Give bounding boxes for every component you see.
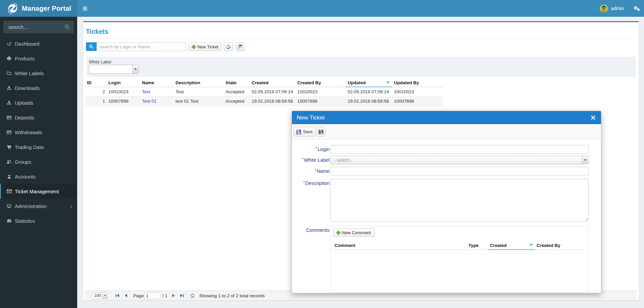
save-button[interactable]: Save	[294, 127, 315, 137]
sidebar-item-products[interactable]: Products	[0, 51, 77, 66]
white-label-filter-select[interactable]	[89, 65, 139, 74]
search-icon[interactable]	[64, 24, 70, 30]
grid-search-button[interactable]	[86, 42, 97, 51]
grid-toolbar: New Ticket	[86, 42, 636, 51]
save-and-close-button[interactable]	[317, 127, 326, 137]
column-header-label: Name	[142, 80, 154, 85]
sidebar-item-withdrawals[interactable]: Withdrawals	[0, 125, 77, 140]
column-header-label: ID	[87, 80, 91, 85]
navbar: admin	[77, 0, 644, 17]
modal-header[interactable]: New Ticket	[292, 111, 601, 124]
column-header-label: Created	[252, 80, 268, 85]
grid-search-group	[86, 42, 186, 51]
white-label-filter-label: White Label	[89, 60, 634, 64]
plus-icon	[192, 45, 196, 49]
cell-id[interactable]: 1	[85, 96, 107, 106]
cell-description: test 01 Text	[174, 96, 224, 106]
save-label: Save	[303, 130, 313, 134]
column-header-name[interactable]: Name	[140, 79, 174, 87]
comments-section-label: Comments	[292, 226, 330, 292]
white-label-field-label: *White Label	[292, 156, 330, 164]
white-label-field-select[interactable]: --select--	[331, 156, 589, 164]
export-grid-button[interactable]	[235, 42, 244, 51]
sidebar-item-ticket-management[interactable]: Ticket Management	[0, 184, 77, 199]
column-header-type[interactable]: Type	[467, 241, 488, 250]
app-logo[interactable]: Manager Portal	[0, 0, 77, 17]
cell-name[interactable]: Test 01	[140, 96, 174, 106]
column-header-label: Created By	[537, 243, 560, 248]
sidebar-item-statistics[interactable]: Statistics	[0, 213, 77, 228]
column-header-description[interactable]: Description	[174, 79, 224, 87]
cell-name[interactable]: Test	[140, 87, 174, 96]
description-field[interactable]	[331, 179, 589, 222]
sidebar-item-label: Accounts	[15, 174, 36, 179]
sort-desc-icon	[386, 82, 390, 84]
cell-updated-by: 10010023	[392, 87, 443, 96]
cell-description: Test	[174, 87, 224, 96]
sidebar-item-deposits[interactable]: Deposits	[0, 110, 77, 125]
user-menu[interactable]: admin	[598, 0, 626, 17]
title-divider	[85, 38, 636, 38]
save-check-disk-icon	[318, 129, 324, 134]
cell-created: 19.02.2018 08:59:58	[250, 96, 296, 106]
prev-page-button[interactable]	[123, 292, 128, 299]
column-header-created[interactable]: Created	[488, 241, 535, 250]
next-page-button[interactable]	[171, 292, 176, 299]
page-size-select[interactable]: 100	[91, 292, 108, 299]
table-row[interactable]: 110007698Test 01test 01 TextAccepted19.0…	[85, 96, 443, 106]
refresh-grid-button[interactable]	[224, 42, 233, 51]
page-number-input[interactable]	[144, 293, 160, 299]
sidebar-item-dashboard[interactable]: Dashboard	[0, 36, 77, 51]
close-icon[interactable]	[590, 114, 596, 121]
sidebar-item-label: Deposits	[15, 115, 34, 120]
resize-grip-icon[interactable]	[585, 218, 588, 221]
column-header-id[interactable]: ID	[85, 79, 107, 87]
new-ticket-modal: New Ticket Save *Login *White Label --se…	[292, 111, 601, 293]
save-disk-icon	[296, 129, 301, 135]
sidebar-item-uploads[interactable]: Uploads	[0, 95, 77, 110]
table-row[interactable]: 210010023TestTestAccepted02.05.2018 07:0…	[85, 87, 443, 96]
sidebar-item-white-labels[interactable]: White Labels	[0, 66, 77, 81]
modal-title: New Ticket	[297, 114, 325, 121]
sidebar-menu: DashboardProductsWhite LabelsDownloadsUp…	[0, 36, 77, 228]
sidebar-item-label: Dashboard	[15, 41, 39, 47]
tickets-table: IDLoginNameDescriptionStateCreatedCreate…	[85, 79, 443, 106]
sidebar-search-input[interactable]	[3, 21, 74, 33]
credit-card-icon	[6, 130, 12, 135]
column-header-created-by[interactable]: Created By	[535, 241, 586, 250]
column-header-login[interactable]: Login	[107, 79, 140, 87]
sidebar-item-label: White Labels	[15, 70, 44, 76]
new-ticket-label: New Ticket	[197, 44, 218, 49]
column-header-updated-by[interactable]: Updated By	[392, 79, 443, 87]
first-page-button[interactable]	[115, 292, 120, 299]
column-header-comment[interactable]: Comment	[333, 241, 467, 250]
column-header-updated[interactable]: Updated	[346, 79, 392, 87]
new-comment-button[interactable]: New Comment	[333, 228, 375, 237]
sidebar-item-label: Ticket Management	[15, 189, 59, 194]
sidebar-item-administration[interactable]: Administration‹	[0, 199, 77, 213]
sort-desc-icon	[530, 244, 533, 246]
name-field[interactable]	[331, 167, 589, 175]
chevron-left-icon: ‹	[70, 204, 72, 209]
last-page-button[interactable]	[180, 292, 184, 299]
sidebar-item-downloads[interactable]: Downloads	[0, 81, 77, 95]
cell-created-by: 10007698	[296, 96, 346, 106]
sidebar-item-accounts[interactable]: Accounts	[0, 169, 77, 184]
column-header-created[interactable]: Created	[250, 79, 296, 87]
cell-created: 02.05.2018 07:09:14	[250, 87, 296, 96]
sidebar-item-groups[interactable]: Groups	[0, 154, 77, 169]
sidebar-item-trading-data[interactable]: Trading Data	[0, 140, 77, 154]
comments-panel: New Comment CommentTypeCreatedCreated By	[331, 226, 589, 292]
app-title: Manager Portal	[22, 5, 71, 12]
new-ticket-button[interactable]: New Ticket	[189, 42, 221, 51]
column-header-state[interactable]: State	[224, 79, 250, 87]
refresh-icon	[226, 44, 231, 49]
settings-gears-button[interactable]	[632, 0, 642, 17]
login-field[interactable]	[331, 145, 589, 154]
reload-grid-button[interactable]	[190, 292, 195, 299]
grid-search-input[interactable]	[97, 42, 186, 51]
sidebar-toggle-button[interactable]	[77, 0, 93, 17]
column-header-created-by[interactable]: Created By	[296, 79, 346, 87]
column-header-label: Login	[108, 80, 120, 85]
cell-id[interactable]: 2	[85, 87, 107, 96]
